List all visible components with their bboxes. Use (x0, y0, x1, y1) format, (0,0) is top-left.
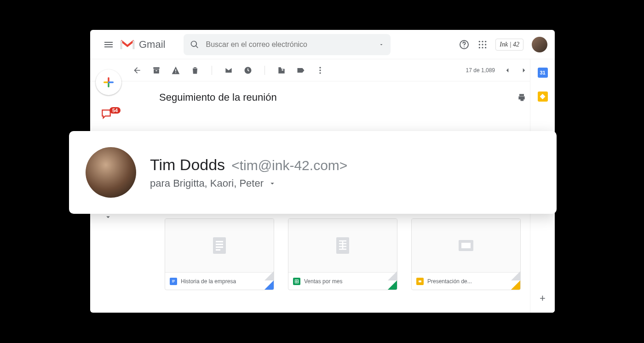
svg-point-4 (479, 40, 480, 42)
svg-rect-28 (461, 243, 471, 248)
sender-detail-card: Tim Dodds <tim@ink-42.com> para Brigitta… (69, 131, 557, 214)
sender-name: Tim Dodds (150, 156, 225, 174)
svg-rect-20 (216, 246, 223, 248)
menu-icon[interactable] (98, 39, 120, 50)
sender-recipients: para Brigitta, Kaori, Peter (150, 177, 264, 189)
docs-preview-icon (208, 234, 230, 257)
prev-icon[interactable] (503, 66, 512, 74)
message-toolbar: 17 de 1,089 (90, 59, 555, 81)
print-icon[interactable] (517, 93, 526, 102)
spam-icon[interactable] (171, 66, 180, 75)
svg-point-16 (319, 72, 321, 74)
apps-grid-icon[interactable] (478, 40, 487, 49)
docs-icon (170, 278, 177, 285)
svg-point-6 (485, 40, 486, 42)
attachment-card[interactable]: Presentación de... (411, 218, 521, 290)
pagination-count: 17 de 1,089 (466, 67, 495, 74)
chat-badge-count: 54 (109, 107, 121, 114)
add-addon-icon[interactable]: + (540, 292, 546, 304)
gmail-m-icon (120, 39, 135, 51)
header-right: Ink | 42 (459, 37, 547, 52)
more-icon[interactable] (316, 66, 325, 75)
svg-point-15 (319, 69, 321, 71)
sheets-preview-icon (332, 234, 354, 257)
next-icon[interactable] (520, 66, 528, 74)
slides-preview-icon (455, 234, 477, 257)
attachment-card[interactable]: Historia de la empresa (165, 218, 274, 290)
org-badge: Ink | 42 (495, 39, 523, 51)
svg-point-8 (482, 44, 483, 45)
attachment-card[interactable]: Ventas por mes (288, 218, 397, 290)
svg-point-11 (482, 47, 483, 48)
attachments-row: Historia de la empresa Ventas por mes Pr… (90, 218, 521, 290)
attachment-title: Historia de la empresa (181, 278, 236, 285)
svg-rect-19 (216, 244, 223, 245)
move-icon[interactable] (277, 66, 286, 75)
search-options-icon[interactable] (379, 42, 384, 47)
sheets-icon (293, 278, 300, 285)
search-bar[interactable] (184, 34, 391, 55)
svg-rect-23 (172, 281, 175, 281)
label-icon[interactable] (296, 66, 305, 75)
svg-rect-0 (120, 40, 122, 49)
back-icon[interactable] (132, 66, 142, 75)
gmail-logo[interactable]: Gmail (120, 39, 165, 51)
chat-section[interactable]: 54 (100, 108, 123, 120)
svg-point-10 (479, 47, 480, 48)
calendar-icon[interactable]: 31 (538, 68, 548, 78)
email-subject: Seguimiento de la reunión (159, 91, 517, 103)
plus-icon (102, 76, 115, 89)
svg-point-14 (319, 67, 321, 68)
svg-point-5 (482, 40, 483, 42)
svg-rect-29 (419, 280, 421, 282)
snooze-icon[interactable] (243, 66, 253, 75)
app-header: Gmail Ink | 42 (90, 30, 555, 59)
svg-point-3 (464, 46, 465, 47)
svg-rect-1 (132, 40, 134, 49)
search-icon (190, 40, 199, 49)
sender-avatar[interactable] (86, 147, 136, 198)
keep-icon[interactable] (538, 91, 548, 102)
gmail-logo-text: Gmail (139, 39, 165, 51)
delete-icon[interactable] (190, 66, 200, 75)
svg-rect-21 (216, 249, 220, 251)
svg-rect-22 (172, 280, 175, 280)
attachment-title: Ventas por mes (304, 278, 342, 285)
svg-point-9 (485, 44, 486, 45)
svg-rect-17 (213, 237, 226, 254)
profile-avatar[interactable] (532, 37, 547, 52)
archive-icon[interactable] (152, 66, 161, 75)
svg-point-7 (479, 44, 480, 45)
compose-button[interactable] (96, 69, 121, 95)
slides-icon (416, 278, 424, 285)
attachment-title: Presentación de... (427, 278, 472, 285)
svg-rect-18 (216, 241, 223, 242)
mark-unread-icon[interactable] (224, 66, 233, 75)
sender-email: <tim@ink-42.com> (231, 158, 347, 173)
chevron-down-icon[interactable] (268, 179, 276, 188)
help-icon[interactable] (459, 39, 470, 50)
svg-point-12 (485, 47, 486, 48)
svg-rect-24 (172, 282, 174, 282)
subject-row: Seguimiento de la reunión (90, 81, 555, 114)
search-input[interactable] (206, 40, 372, 49)
